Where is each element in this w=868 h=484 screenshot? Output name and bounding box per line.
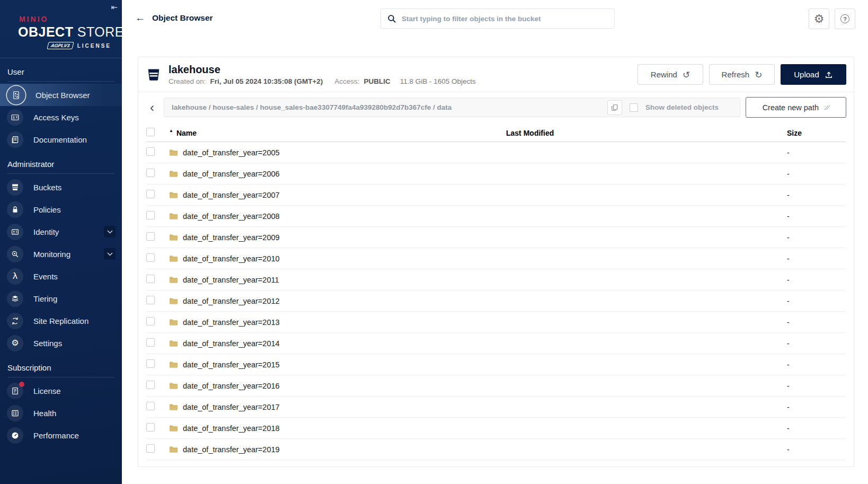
sidebar-collapse-icon[interactable]: ⇤ [111,3,118,12]
sidebar-item-license[interactable]: License [0,380,122,402]
table-row[interactable]: date_of_transfer_year=2016- [146,375,846,397]
size-cell: - [787,424,846,433]
column-header-name[interactable]: ▲ Name [169,129,506,137]
object-filter-search [380,8,615,29]
folder-icon [169,149,178,156]
row-checkbox[interactable] [146,275,155,283]
section-divider [7,81,114,82]
chevron-down-icon[interactable] [104,248,116,260]
row-checkbox[interactable] [146,359,155,368]
object-name-cell[interactable]: date_of_transfer_year=2005 [169,148,506,157]
refresh-button[interactable]: Refresh ↻ [709,64,775,85]
row-checkbox[interactable] [146,296,155,304]
object-name-cell[interactable]: date_of_transfer_year=2019 [169,445,506,454]
row-checkbox[interactable] [146,169,155,177]
row-checkbox[interactable] [146,423,155,432]
row-checkbox[interactable] [146,444,155,453]
object-name-cell[interactable]: date_of_transfer_year=2017 [169,403,506,411]
row-checkbox[interactable] [146,253,155,262]
table-row[interactable]: date_of_transfer_year=2011- [146,269,846,291]
policies-icon [7,201,23,218]
sidebar-item-identity[interactable]: Identity [0,221,122,243]
object-name-cell[interactable]: date_of_transfer_year=2012 [169,297,506,305]
table-row[interactable]: date_of_transfer_year=2013- [146,312,846,333]
table-row[interactable]: date_of_transfer_year=2005- [146,142,846,163]
size-cell: - [787,445,846,454]
sidebar-item-monitoring[interactable]: Monitoring [0,243,122,265]
folder-icon [169,234,178,241]
table-row[interactable]: date_of_transfer_year=2018- [146,418,846,439]
events-icon: λ [7,268,23,285]
object-name-cell[interactable]: date_of_transfer_year=2009 [169,233,506,242]
object-name-cell[interactable]: date_of_transfer_year=2010 [169,254,506,263]
select-all-checkbox[interactable] [146,128,155,136]
show-deleted-checkbox[interactable] [630,103,638,112]
row-checkbox[interactable] [146,402,155,410]
tiering-icon [7,291,23,307]
copy-path-button[interactable] [607,100,622,115]
table-row[interactable]: date_of_transfer_year=2007- [146,184,846,206]
object-name-cell[interactable]: date_of_transfer_year=2014 [169,339,506,348]
bucket-summary: 11.8 GiB - 1605 Objects [400,77,476,85]
object-name-cell[interactable]: date_of_transfer_year=2006 [169,170,506,178]
sidebar-item-access-keys[interactable]: Access Keys [0,106,122,128]
row-checkbox[interactable] [146,232,155,241]
product-name-light: STORE [77,24,122,39]
row-checkbox[interactable] [146,211,155,219]
path-back-button[interactable]: ‹ [146,101,158,114]
sidebar-item-events[interactable]: λEvents [0,265,122,287]
row-checkbox[interactable] [146,317,155,325]
access-label: Access: [334,77,359,85]
table-row[interactable]: date_of_transfer_year=2006- [146,163,846,184]
row-checkbox[interactable] [146,147,155,156]
sidebar-item-performance[interactable]: Performance [0,424,122,446]
rewind-button[interactable]: Rewind ↺ [637,64,703,85]
object-name-cell[interactable]: date_of_transfer_year=2013 [169,318,506,327]
object-name-cell[interactable]: date_of_transfer_year=2011 [169,276,506,284]
settings-button[interactable]: ⚙ [809,8,829,29]
size-cell: - [787,170,846,178]
column-header-last-modified[interactable]: Last Modified [506,129,787,137]
row-checkbox[interactable] [146,190,155,198]
size-cell: - [787,360,846,369]
sidebar-item-site-replication[interactable]: Site Replication [0,310,122,332]
table-row[interactable]: date_of_transfer_year=2015- [146,354,846,375]
table-row[interactable]: date_of_transfer_year=2010- [146,248,846,269]
chevron-down-icon[interactable] [104,226,116,237]
column-header-size[interactable]: Size [787,129,846,137]
breadcrumb[interactable]: lakehouse / house-sales / house_sales-ba… [172,103,600,111]
refresh-button-label: Refresh [722,70,750,79]
create-new-path-button[interactable]: Create new path :∕∕ [746,97,846,118]
back-arrow-icon[interactable]: ← [135,13,145,23]
object-name-cell[interactable]: date_of_transfer_year=2018 [169,424,506,433]
sidebar-item-object-browser[interactable]: Object Browser [0,84,122,106]
sidebar-item-policies[interactable]: Policies [0,198,122,221]
search-input[interactable] [402,15,608,23]
table-row[interactable]: date_of_transfer_year=2019- [146,439,846,460]
table-row[interactable]: date_of_transfer_year=2012- [146,291,846,312]
table-row[interactable]: date_of_transfer_year=2014- [146,333,846,354]
object-name-cell[interactable]: date_of_transfer_year=2008 [169,212,506,221]
sidebar-item-tiering[interactable]: Tiering [0,287,122,310]
sidebar-item-settings[interactable]: ⚙Settings [0,332,122,354]
row-checkbox[interactable] [146,381,155,389]
help-button[interactable]: ? [835,8,855,29]
row-checkbox-cell [146,423,169,433]
row-checkbox-cell [146,381,169,391]
bucket-icon [146,67,162,83]
page-back[interactable]: ← Object Browser [135,13,213,23]
object-name-cell[interactable]: date_of_transfer_year=2015 [169,360,506,369]
sidebar-item-buckets[interactable]: Buckets [0,176,122,198]
table-row[interactable]: date_of_transfer_year=2009- [146,227,846,248]
table-row[interactable]: date_of_transfer_year=2017- [146,397,846,418]
sidebar-item-documentation[interactable]: Documentation [0,128,122,151]
sidebar-item-health[interactable]: Health [0,402,122,424]
section-divider [7,377,114,377]
row-checkbox[interactable] [146,338,155,347]
object-name-cell[interactable]: date_of_transfer_year=2016 [169,382,506,390]
upload-button[interactable]: Upload [781,64,846,85]
table-row[interactable]: date_of_transfer_year=2008- [146,206,846,227]
created-on-label: Created on: [169,77,206,85]
object-name-cell[interactable]: date_of_transfer_year=2007 [169,191,506,199]
sidebar-item-label: Events [33,272,58,281]
